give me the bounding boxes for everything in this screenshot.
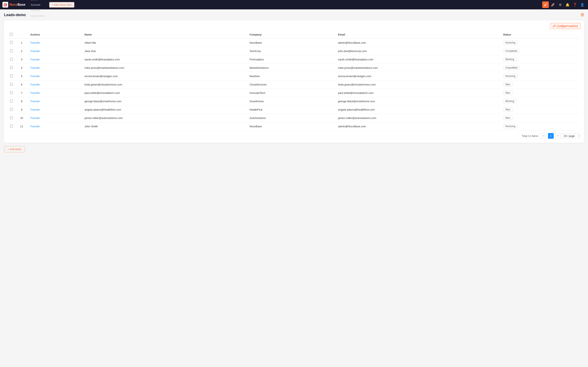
table-row: 10Transferjames.miller@autosolutions.com…	[7, 114, 581, 122]
row-name: Jane Doe	[82, 47, 247, 55]
help-icon[interactable]: ❓	[572, 1, 578, 8]
row-checkbox-cell	[7, 89, 16, 97]
row-checkbox[interactable]	[10, 41, 13, 44]
logo-icon: 🎯	[2, 2, 8, 8]
transfer-link[interactable]: Transfer	[30, 117, 40, 120]
transfer-link[interactable]: Transfer	[30, 83, 40, 86]
user-icon[interactable]: 👤	[579, 1, 586, 8]
row-checkbox-cell	[7, 55, 16, 64]
transfer-link[interactable]: Transfer	[30, 75, 40, 78]
row-email: john.doe@techcorp.com	[336, 47, 501, 55]
nav-tab-contact[interactable]: Contact	[28, 8, 48, 13]
table-block: ⚙ Configure actions ⚙ Configure columns …	[4, 20, 584, 143]
row-checkbox[interactable]	[10, 66, 13, 69]
table-row: 7Transferpaul.white@innovatetech.comInno…	[7, 89, 581, 97]
row-action: Transfer	[28, 122, 82, 131]
row-checkbox[interactable]	[10, 108, 13, 111]
rocket-icon[interactable]: 🚀	[550, 1, 556, 8]
row-status: New	[501, 80, 581, 89]
row-checkbox[interactable]	[10, 100, 13, 102]
row-checkbox[interactable]	[10, 83, 13, 86]
row-email: admin@NocoBase.com	[336, 122, 501, 131]
layout-icon[interactable]: ☰	[581, 13, 584, 17]
row-action: Transfer	[28, 97, 82, 106]
row-checkbox[interactable]	[10, 49, 13, 52]
row-company: HealthFirst	[247, 106, 336, 114]
row-checkbox[interactable]	[10, 58, 13, 61]
nav-tab-opportunity[interactable]: Opportunity	[28, 13, 48, 18]
brush-icon[interactable]: 🖌	[542, 1, 549, 8]
row-name: linda.green@cloudservices.com	[82, 80, 247, 89]
row-checkbox[interactable]	[10, 116, 13, 119]
status-badge: New	[503, 91, 512, 95]
status-badge: Working	[503, 99, 517, 103]
transfer-link[interactable]: Transfer	[30, 41, 40, 44]
navbar: 🎯 NocoBase Leads-demoLeadsAccountContact…	[0, 0, 588, 9]
row-company: TechCorp	[247, 47, 336, 55]
row-status: New	[501, 89, 581, 97]
table-row: 5Transferemma.brown@nextgen.comNextGenem…	[7, 72, 581, 80]
row-checkbox[interactable]	[10, 91, 13, 94]
page-size-select[interactable]: 20 / page50 / page100 / page	[562, 134, 581, 138]
transfer-link[interactable]: Transfer	[30, 108, 40, 111]
add-block-button[interactable]: + Add block	[4, 146, 25, 152]
row-company: NextGen	[247, 72, 336, 80]
row-email: paul.white@innovatetech.com	[336, 89, 501, 97]
row-email: linda.green@cloudservices.com	[336, 80, 501, 89]
row-checkbox-cell	[7, 72, 16, 80]
page-size-wrapper: 20 / page50 / page100 / page	[562, 134, 581, 138]
header-row-num	[16, 31, 28, 39]
transfer-link[interactable]: Transfer	[30, 92, 40, 94]
row-company: InnovateTech	[247, 89, 336, 97]
transfer-link[interactable]: Transfer	[30, 58, 40, 61]
table-header: ActionsNameCompanyEmailStatus	[7, 31, 581, 39]
row-number: 10	[16, 114, 28, 122]
configure-actions-button[interactable]: ⚙ Configure actions	[551, 23, 581, 28]
add-menu-item-button[interactable]: + Add menu item	[49, 2, 75, 8]
select-all-checkbox[interactable]	[10, 33, 13, 36]
nav-tab-leads[interactable]: Leads	[28, 0, 48, 2]
row-status: Unqualified	[501, 64, 581, 72]
transfer-link[interactable]: Transfer	[30, 100, 40, 103]
page-1-button[interactable]: 1	[548, 133, 554, 139]
row-email: emma.brown@nextgen.com	[336, 72, 501, 80]
row-company: AutoSolutions	[247, 114, 336, 122]
gear-icon: ⚙	[554, 24, 556, 27]
row-checkbox[interactable]	[10, 125, 13, 127]
table-row: 3Transfersarah.smith@finanalytics.comFin…	[7, 55, 581, 64]
transfer-link[interactable]: Transfer	[30, 125, 40, 128]
row-checkbox-cell	[7, 80, 16, 89]
nav-tab-account[interactable]: Account	[28, 2, 48, 8]
row-checkbox[interactable]	[10, 75, 13, 77]
settings-icon[interactable]: ⚙	[557, 1, 563, 8]
bell-icon[interactable]: 🔔	[564, 1, 571, 8]
row-status: Working	[501, 55, 581, 64]
page-wrapper: Leads-demo ☰ ⚙ Configure actions ⚙ Confi…	[0, 9, 588, 156]
row-name: george.black@smarthome.com	[82, 97, 247, 106]
row-status: New	[501, 106, 581, 114]
row-company: MarketSolutions	[247, 64, 336, 72]
logo[interactable]: 🎯 NocoBase	[2, 2, 25, 8]
transfer-link[interactable]: Transfer	[30, 66, 40, 69]
row-name: Albert Ma	[82, 39, 247, 47]
row-status: Working	[501, 97, 581, 106]
row-action: Transfer	[28, 64, 82, 72]
row-number: 5	[16, 72, 28, 80]
row-checkbox-cell	[7, 39, 16, 47]
table-row: 11TransferJohn SmithNocoBaseadmin@NocoBa…	[7, 122, 581, 131]
pagination-area: Total 11 items < 1 > 20 / page50 / page1…	[7, 131, 581, 140]
status-badge: New	[503, 83, 512, 86]
row-number: 9	[16, 106, 28, 114]
row-checkbox-cell	[7, 64, 16, 72]
header-company: Company	[247, 31, 336, 39]
row-status: Nurturing	[501, 122, 581, 131]
next-page-button[interactable]: >	[555, 133, 561, 139]
row-action: Transfer	[28, 80, 82, 89]
row-name: John Smith	[82, 122, 247, 131]
row-action: Transfer	[28, 72, 82, 80]
transfer-link[interactable]: Transfer	[30, 50, 40, 53]
prev-page-button[interactable]: <	[541, 133, 547, 139]
table-header-row: ActionsNameCompanyEmailStatus	[7, 31, 581, 39]
row-status: Nurturing	[501, 39, 581, 47]
row-email: sarah.smith@finanalytics.com	[336, 55, 501, 64]
